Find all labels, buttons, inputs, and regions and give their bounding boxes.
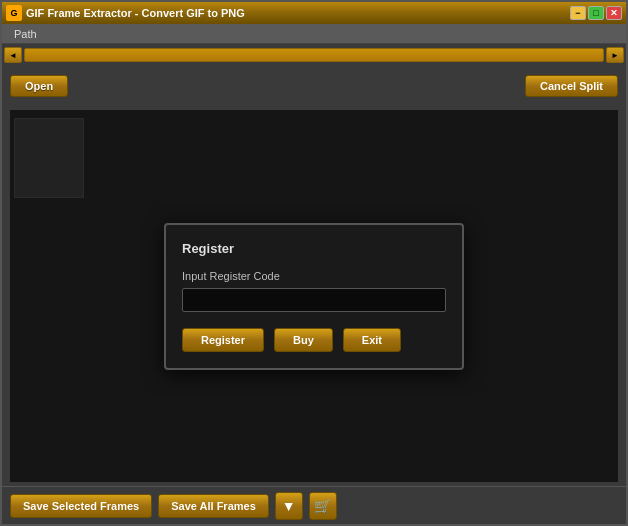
dialog-buttons: Register Buy Exit xyxy=(182,328,446,352)
close-button[interactable]: ✕ xyxy=(606,6,622,20)
dropdown-button[interactable]: ▼ xyxy=(275,492,303,520)
window-title: GIF Frame Extractor - Convert GIF to PNG xyxy=(26,7,245,19)
scroll-track[interactable] xyxy=(24,48,604,62)
cart-icon: 🛒 xyxy=(314,498,331,514)
right-arrow-icon: ► xyxy=(611,51,619,60)
preview-area: Register Input Register Code Register Bu… xyxy=(10,110,618,482)
app-icon: G xyxy=(6,5,22,21)
scroll-right-arrow[interactable]: ► xyxy=(606,47,624,63)
dialog-label: Input Register Code xyxy=(182,270,446,282)
main-window: G GIF Frame Extractor - Convert GIF to P… xyxy=(0,0,628,526)
open-button[interactable]: Open xyxy=(10,75,68,97)
bottom-bar: Save Selected Frames Save All Frames ▼ 🛒 xyxy=(2,486,626,524)
minimize-button[interactable]: − xyxy=(570,6,586,20)
dropdown-icon: ▼ xyxy=(282,498,296,514)
register-button[interactable]: Register xyxy=(182,328,264,352)
dialog-title: Register xyxy=(182,241,446,256)
title-bar-left: G GIF Frame Extractor - Convert GIF to P… xyxy=(6,5,245,21)
register-dialog: Register Input Register Code Register Bu… xyxy=(164,223,464,370)
title-bar: G GIF Frame Extractor - Convert GIF to P… xyxy=(2,2,626,24)
toolbar-row: Open Cancel Split xyxy=(2,66,626,106)
exit-button[interactable]: Exit xyxy=(343,328,401,352)
register-code-input[interactable] xyxy=(182,288,446,312)
modal-overlay: Register Input Register Code Register Bu… xyxy=(10,110,618,482)
maximize-button[interactable]: □ xyxy=(588,6,604,20)
main-content: ◄ ► Open Cancel Split Register Input Reg… xyxy=(2,44,626,524)
menu-item-path[interactable]: Path xyxy=(8,26,43,42)
save-selected-frames-button[interactable]: Save Selected Frames xyxy=(10,494,152,518)
left-arrow-icon: ◄ xyxy=(9,51,17,60)
scroll-left-arrow[interactable]: ◄ xyxy=(4,47,22,63)
cancel-split-button[interactable]: Cancel Split xyxy=(525,75,618,97)
menu-bar: Path xyxy=(2,24,626,44)
save-all-frames-button[interactable]: Save All Frames xyxy=(158,494,269,518)
buy-button[interactable]: Buy xyxy=(274,328,333,352)
scroll-bar-area: ◄ ► xyxy=(2,44,626,66)
cart-button[interactable]: 🛒 xyxy=(309,492,337,520)
title-controls: − □ ✕ xyxy=(570,6,622,20)
